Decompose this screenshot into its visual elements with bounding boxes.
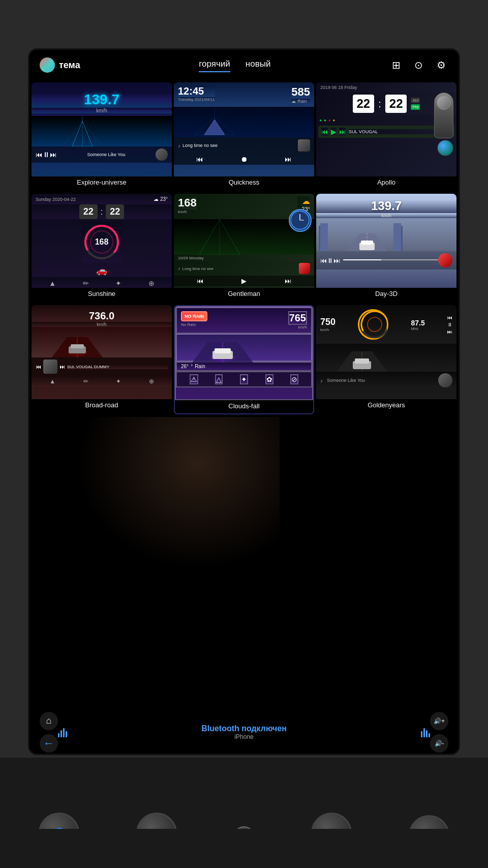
apollo-play[interactable]: ▶ — [331, 128, 337, 136]
theme-card-explore[interactable]: 139.7 km/h ⏮ ⏸ ⏭ — [32, 82, 172, 192]
theme-card-broad[interactable]: 736.0 km/h ⏮ — [32, 305, 172, 414]
quickness-prev[interactable]: ⏮ — [196, 155, 203, 163]
apollo-colon: : — [378, 98, 381, 110]
quickness-controls: ⏮ ⏺ ⏭ — [174, 154, 314, 165]
grid-icon[interactable]: ⊞ — [389, 58, 404, 72]
sunshine-hour: 22 — [79, 204, 98, 219]
broad-label: Broad-road — [32, 399, 172, 410]
gentleman-play[interactable]: ▶ — [241, 277, 247, 285]
explore-prev-btn[interactable]: ⏮ — [36, 151, 43, 159]
explore-road-svg — [32, 116, 172, 146]
theme-card-sunshine[interactable]: Sunday 2020-04-22 ☁ 23° 22 : 22 — [32, 194, 172, 303]
themes-grid: 139.7 km/h ⏮ ⏸ ⏭ — [29, 80, 459, 416]
sunshine-car-area: 🚗 — [32, 265, 172, 276]
bottom-center: Bluetooth подключен iPhone — [67, 724, 421, 740]
gentleman-next[interactable]: ⏭ — [285, 277, 291, 285]
broad-icon1: ▲ — [49, 378, 55, 385]
quickness-time-area: 12:45 Tuesday 2021/04/11 — [178, 85, 215, 104]
day3d-label: Day-3D — [316, 288, 456, 298]
theme-card-apollo[interactable]: 2019 06 18 Friday 22 : 22 AM PM ● ● ● — [316, 82, 456, 192]
golden-ctrl-right: ⏮ ⏸ ⏭ — [447, 315, 452, 335]
wave-left-indicator — [58, 727, 67, 737]
vol-up-button[interactable]: 🔊+ — [430, 712, 448, 730]
bottom-right-controls: 🔊+ 🔊- — [430, 712, 448, 753]
explore-preview: 139.7 km/h ⏮ ⏸ ⏭ — [32, 82, 172, 176]
clouds-preview: NO RAIN No RaIn 765 km/h — [175, 306, 313, 400]
sunshine-icon1: ▲ — [49, 279, 56, 287]
sunshine-icon4: ⊕ — [148, 279, 155, 287]
broad-next[interactable]: ⏭ — [59, 364, 65, 370]
top-bezel — [0, 0, 488, 48]
theme-card-gentleman[interactable]: 168 km/h ☁ 23° Cloudy — [174, 194, 314, 303]
quickness-next[interactable]: ⏭ — [285, 155, 292, 163]
broad-icon3: ✦ — [116, 378, 121, 385]
day3d-next[interactable]: ⏭ — [333, 257, 340, 264]
quickness-play[interactable]: ⏺ — [240, 155, 248, 163]
tab-new[interactable]: новый — [246, 59, 271, 71]
svg-rect-39 — [355, 358, 369, 364]
clouds-car-visual — [176, 334, 312, 362]
sunshine-colon: : — [101, 207, 103, 217]
download-icon[interactable]: ⊙ — [412, 58, 426, 72]
golden-freq: 87.5 — [411, 319, 425, 327]
apollo-next[interactable]: ⏭ — [339, 128, 346, 136]
back-button[interactable]: ← — [40, 734, 58, 753]
clouds-right: 765 km/h — [288, 311, 307, 330]
explore-road — [32, 116, 172, 146]
wave-bar-7 — [426, 730, 428, 737]
gentleman-prev[interactable]: ⏮ — [197, 277, 203, 285]
explore-pause-btn[interactable]: ⏸ — [43, 151, 50, 159]
apollo-minute: 22 — [385, 95, 407, 113]
gentleman-music-text: Long time no see — [182, 266, 299, 271]
apollo-date: 2019 06 18 Friday — [316, 82, 456, 93]
broad-music-text: SUL VOUGAL DUMMY — [67, 365, 168, 369]
day3d-album-art — [438, 253, 452, 267]
vol-down-button[interactable]: 🔊- — [430, 734, 448, 753]
quickness-label: Quickness — [174, 176, 314, 187]
golden-speed-area: 750 km/h 87.5 MHz — [316, 305, 456, 344]
golden-label: Goldenyears — [316, 399, 456, 410]
sunshine-preview: Sunday 2020-04-22 ☁ 23° 22 : 22 — [32, 194, 172, 288]
broad-road-visual — [32, 327, 172, 357]
tab-hot[interactable]: горячий — [199, 59, 230, 71]
theme-card-golden[interactable]: 750 km/h 87.5 MHz — [316, 305, 456, 414]
clouds-label: Clouds-fall — [175, 400, 313, 411]
wave-right-indicator — [421, 727, 430, 737]
clouds-speed: 765 — [288, 311, 307, 325]
golden-album-art — [438, 373, 452, 387]
broad-album-art — [43, 360, 57, 374]
gentleman-speed-area: 168 km/h — [178, 196, 197, 214]
apollo-prev[interactable]: ⏮ — [321, 128, 328, 136]
gentleman-bg — [174, 219, 314, 255]
theme-card-clouds[interactable]: NO RAIN No RaIn 765 km/h — [174, 305, 314, 414]
svg-rect-22 — [361, 241, 373, 245]
golden-prev-right[interactable]: ⏮ — [447, 315, 452, 320]
clouds-weather: Rain — [195, 364, 205, 369]
golden-next-right[interactable]: ⏭ — [447, 329, 452, 335]
explore-album-art — [156, 148, 168, 161]
home-button[interactable]: ⌂ — [40, 712, 58, 730]
theme-card-day3d[interactable]: 139.7 km/h — [316, 194, 456, 303]
day3d-prev[interactable]: ⏮ — [320, 257, 327, 264]
broad-prev[interactable]: ⏮ — [36, 364, 41, 370]
broad-icon2: ✏ — [83, 378, 88, 385]
settings-icon[interactable]: ⚙ — [434, 58, 448, 72]
theme-card-quickness[interactable]: 12:45 Tuesday 2021/04/11 585 ☁ Rain — [174, 82, 314, 192]
quickness-speed: 585 — [291, 85, 310, 99]
explore-next-btn[interactable]: ⏭ — [50, 151, 57, 159]
golden-music-note: ♪ — [320, 378, 323, 383]
day3d-speed-unit: km/h — [316, 213, 456, 218]
broad-road-svg — [32, 327, 172, 357]
broad-music-name: SUL VOUGAL DUMMY — [67, 365, 168, 369]
svg-line-2 — [62, 121, 82, 146]
quickness-weather: ☁ Rain — [291, 99, 310, 104]
wave-bar-3 — [63, 728, 65, 737]
svg-point-35 — [368, 317, 382, 332]
golden-play-right[interactable]: ⏸ — [447, 322, 452, 327]
day3d-progress-bar — [343, 259, 438, 260]
app-logo — [40, 57, 55, 73]
golden-music-row: ♪ Someone Like You — [316, 372, 456, 389]
app-title: тема — [59, 60, 80, 71]
astronaut-helmet — [437, 96, 451, 110]
day3d-pause[interactable]: ⏸ — [327, 257, 333, 264]
